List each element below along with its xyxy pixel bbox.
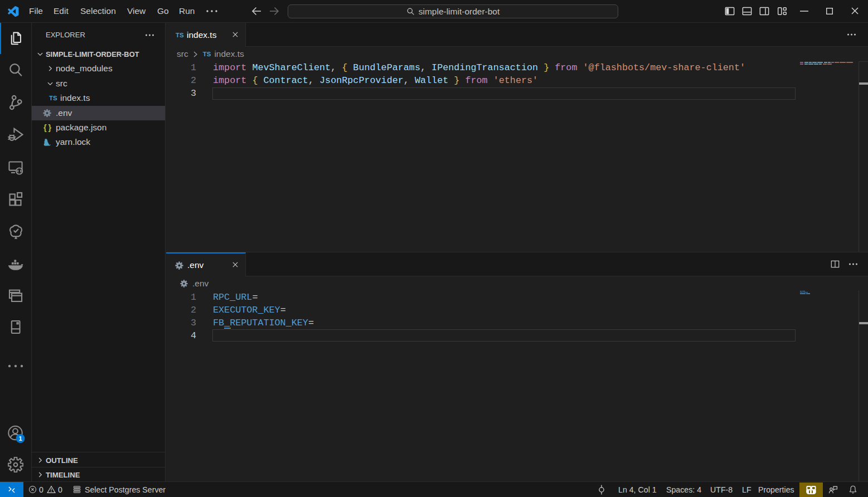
svg-text:1: 1 xyxy=(18,435,22,442)
